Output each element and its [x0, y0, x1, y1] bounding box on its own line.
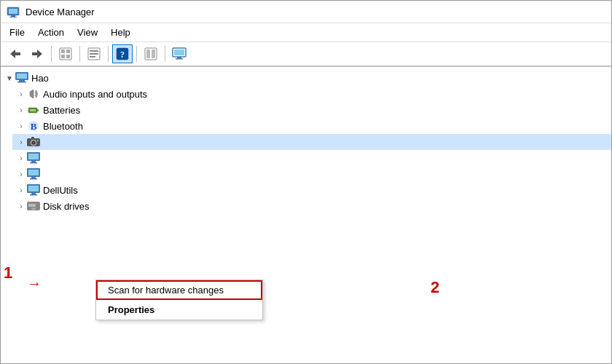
svg-rect-51: [31, 193, 36, 194]
svg-rect-14: [90, 56, 95, 58]
expand-arrow-cameras[interactable]: ›: [15, 136, 27, 148]
tree-item-display2[interactable]: ›: [12, 166, 611, 182]
expand-arrow-audio[interactable]: ›: [15, 88, 27, 100]
update-driver-button[interactable]: [84, 44, 104, 63]
monitor-button[interactable]: [169, 44, 189, 63]
tree-item-audio[interactable]: › Audio inputs and outputs: [12, 86, 611, 102]
svg-rect-3: [9, 17, 17, 17]
menu-view[interactable]: View: [71, 25, 103, 40]
device-manager-window: Device Manager File Action View Help: [0, 0, 612, 364]
svg-rect-21: [174, 50, 184, 55]
step-1-label: 1: [4, 264, 12, 282]
svg-rect-2: [11, 15, 15, 17]
window-title: Device Manager: [26, 7, 95, 17]
toolbar-sep-4: [136, 46, 137, 62]
display2-icon: [27, 167, 40, 181]
svg-rect-26: [19, 80, 25, 82]
svg-rect-31: [37, 109, 39, 111]
svg-rect-12: [90, 50, 98, 52]
svg-point-38: [33, 142, 34, 143]
battery-icon: [27, 103, 40, 116]
expand-arrow-bluetooth[interactable]: ›: [15, 120, 27, 132]
svg-rect-10: [66, 55, 70, 58]
svg-rect-13: [90, 53, 98, 55]
svg-point-54: [31, 207, 36, 210]
svg-rect-18: [146, 50, 150, 58]
show-hidden-button[interactable]: [141, 44, 161, 63]
svg-rect-8: [66, 50, 70, 53]
svg-rect-44: [30, 162, 37, 164]
tree-root: ▼ Hao ›: [1, 70, 611, 214]
svg-rect-22: [177, 57, 181, 58]
bluetooth-label: Bluetooth: [43, 121, 83, 132]
svg-rect-29: [30, 92, 32, 96]
expand-arrow-dellutils[interactable]: ›: [15, 184, 27, 196]
svg-rect-46: [28, 170, 39, 175]
svg-rect-7: [61, 50, 65, 53]
root-label: Hao: [31, 73, 49, 84]
context-menu-properties[interactable]: Properties: [96, 300, 262, 320]
svg-text:?: ?: [120, 50, 125, 60]
tree-item-bluetooth[interactable]: › B Bluetooth: [12, 118, 611, 134]
svg-marker-4: [10, 50, 20, 58]
dellutils-icon: [27, 183, 40, 197]
svg-rect-48: [30, 178, 37, 180]
properties-button[interactable]: [55, 44, 76, 63]
tree-item-root[interactable]: ▼ Hao: [1, 70, 611, 86]
svg-rect-42: [28, 154, 39, 159]
expand-arrow-display2[interactable]: ›: [15, 168, 27, 180]
svg-rect-52: [30, 194, 37, 196]
menu-help[interactable]: Help: [105, 25, 136, 40]
step-2-label: 2: [431, 278, 439, 297]
menu-bar: File Action View Help: [1, 23, 611, 42]
svg-rect-40: [37, 140, 39, 141]
svg-rect-47: [31, 177, 36, 178]
tree-item-display1[interactable]: ›: [12, 150, 611, 166]
toolbar-sep-2: [79, 46, 80, 62]
svg-rect-1: [9, 9, 17, 14]
toolbar-sep-5: [165, 46, 165, 62]
audio-icon: [27, 87, 40, 100]
disk-icon: [27, 199, 40, 213]
svg-rect-19: [152, 50, 155, 58]
svg-rect-55: [28, 204, 36, 207]
help-button[interactable]: ?: [112, 44, 133, 63]
context-menu-scan[interactable]: Scan for hardware changes: [96, 280, 262, 300]
svg-rect-9: [61, 55, 65, 58]
svg-rect-50: [28, 186, 39, 191]
display1-icon: [27, 151, 40, 165]
toolbar: ?: [1, 42, 611, 67]
toolbar-sep-3: [108, 46, 109, 62]
svg-rect-43: [31, 161, 36, 162]
batteries-label: Batteries: [43, 105, 80, 116]
diskdrives-label: Disk drives: [43, 201, 90, 212]
tree-view: ▼ Hao ›: [1, 67, 611, 363]
svg-rect-23: [176, 58, 183, 60]
svg-text:B: B: [31, 121, 37, 132]
svg-rect-32: [30, 109, 36, 111]
expand-arrow-root[interactable]: ▼: [4, 72, 15, 84]
tree-item-diskdrives[interactable]: › Disk drives: [12, 198, 611, 214]
computer-icon: [15, 71, 28, 84]
tree-item-batteries[interactable]: › Batteries: [12, 102, 611, 118]
title-bar-icon: [7, 5, 20, 18]
expand-arrow-display1[interactable]: ›: [15, 152, 27, 164]
svg-rect-25: [17, 74, 27, 79]
tree-item-dellutils[interactable]: › DellUtils: [12, 182, 611, 198]
audio-label: Audio inputs and outputs: [43, 89, 147, 100]
bluetooth-icon: B: [27, 119, 40, 132]
menu-action[interactable]: Action: [32, 25, 70, 40]
title-bar: Device Manager: [1, 1, 611, 23]
tree-item-cameras[interactable]: ›: [12, 134, 611, 150]
svg-marker-5: [32, 50, 42, 58]
forward-button[interactable]: [27, 44, 47, 63]
toolbar-sep-1: [51, 46, 52, 62]
expand-arrow-diskdrives[interactable]: ›: [15, 200, 27, 212]
svg-rect-39: [31, 137, 34, 139]
expand-arrow-batteries[interactable]: ›: [15, 104, 27, 116]
back-button[interactable]: [5, 44, 26, 63]
camera-icon: [27, 135, 40, 149]
dellutils-label: DellUtils: [43, 185, 78, 196]
menu-file[interactable]: File: [4, 25, 31, 40]
context-menu: Scan for hardware changes Properties: [95, 280, 263, 320]
